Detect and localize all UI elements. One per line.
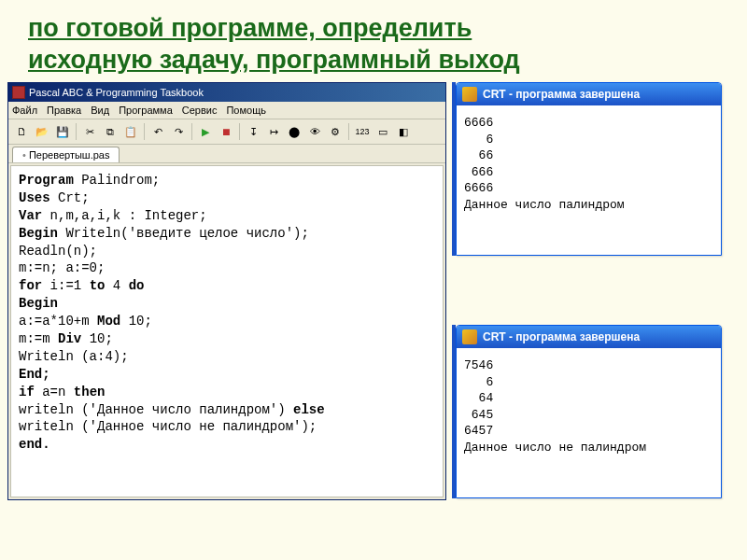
- output-line: Данное число палиндром: [464, 197, 713, 214]
- output-title: CRT - программа завершена: [483, 88, 640, 101]
- code-text: Crt;: [50, 190, 90, 205]
- menu-program[interactable]: Программа: [119, 105, 173, 116]
- code-text: writeln ('Данное число не палиндром');: [19, 419, 317, 434]
- code-keyword: else: [293, 402, 325, 417]
- code-text: i:=1: [42, 278, 89, 293]
- watch-icon[interactable]: 👁: [305, 122, 324, 141]
- output-line: 64: [464, 390, 713, 407]
- output-window-1: CRT - программа завершена 6666 6 66 666 …: [456, 82, 722, 256]
- ide-window: Pascal ABC & Programming Taskbook Файл П…: [7, 82, 446, 500]
- menu-service[interactable]: Сервис: [182, 105, 218, 116]
- output-line: Данное число не палиндром: [464, 440, 713, 456]
- code-text: Writeln('введите целое число');: [58, 226, 309, 241]
- toolbar-separator: [191, 123, 192, 140]
- code-keyword: for: [19, 278, 42, 293]
- console-icon[interactable]: ◧: [394, 122, 413, 141]
- output-body: 6666 6 66 666 6666 Данное число палиндро…: [457, 105, 721, 222]
- code-text: m:=n; a:=0;: [19, 260, 105, 275]
- code-keyword: End;: [19, 367, 50, 382]
- open-file-icon[interactable]: 📂: [33, 122, 51, 141]
- code-text: writeln ('Данное число палиндром'): [19, 402, 293, 417]
- output-titlebar: CRT - программа завершена: [457, 326, 721, 348]
- heading-line-1: по готовой программе, определить: [28, 14, 472, 42]
- output-line: 6666: [464, 180, 713, 197]
- cut-icon[interactable]: ✂: [80, 122, 99, 141]
- slide-heading: по готовой программе, определить исходну…: [0, 0, 747, 82]
- copy-icon[interactable]: ⧉: [101, 122, 120, 141]
- output-line: 7546: [464, 357, 713, 374]
- breakpoint-icon[interactable]: ⬤: [285, 122, 303, 141]
- output-line: 6457: [464, 423, 713, 440]
- task-icon[interactable]: 123: [353, 122, 372, 141]
- menubar: Файл Правка Вид Программа Сервис Помощь: [8, 102, 445, 119]
- code-text: m:=m: [19, 331, 58, 346]
- crt-icon: [462, 87, 477, 102]
- code-keyword: Var: [19, 208, 42, 223]
- code-keyword: then: [74, 385, 106, 399]
- output-line: 645: [464, 407, 713, 424]
- code-keyword: Begin: [19, 296, 58, 311]
- code-keyword: to: [90, 278, 106, 293]
- undo-icon[interactable]: ↶: [148, 122, 167, 141]
- tab-row: • Перевертыш.pas: [8, 145, 445, 163]
- code-text: 10;: [120, 314, 152, 329]
- output-line: 6: [464, 132, 713, 148]
- code-text: Readln(n);: [19, 244, 97, 259]
- redo-icon[interactable]: ↷: [169, 122, 188, 141]
- code-text: a:=a*10+m: [19, 314, 97, 329]
- code-editor[interactable]: Program Palindrom; Uses Crt; Var n,m,a,i…: [10, 165, 444, 497]
- code-keyword: Uses: [19, 190, 50, 205]
- output-titlebar: CRT - программа завершена: [457, 83, 721, 105]
- menu-file[interactable]: Файл: [12, 105, 37, 116]
- output-title: CRT - программа завершена: [483, 330, 640, 343]
- menu-edit[interactable]: Правка: [47, 105, 81, 116]
- code-keyword: Div: [58, 331, 81, 346]
- ide-titlebar: Pascal ABC & Programming Taskbook: [8, 83, 445, 102]
- run-icon[interactable]: ▶: [196, 122, 215, 141]
- output-line: 6: [464, 374, 713, 391]
- toolbar-separator: [348, 123, 349, 140]
- new-file-icon[interactable]: 🗋: [12, 122, 31, 141]
- tab-label: Перевертыш.pas: [29, 149, 110, 161]
- stop-icon[interactable]: ⏹: [217, 122, 235, 141]
- output-line: 6666: [464, 115, 713, 132]
- code-text: n,m,a,i,k : Integer;: [42, 208, 206, 223]
- toolbar: 🗋 📂 💾 ✂ ⧉ 📋 ↶ ↷ ▶ ⏹ ↧ ↦ ⬤ 👁 ⚙ 123 ▭ ◧: [8, 119, 445, 145]
- toolbar-separator: [144, 123, 145, 140]
- code-keyword: end.: [19, 437, 50, 452]
- file-tab[interactable]: • Перевертыш.pas: [12, 147, 120, 162]
- code-keyword: if: [19, 385, 35, 399]
- save-icon[interactable]: 💾: [53, 122, 72, 141]
- output-icon[interactable]: ▭: [374, 122, 392, 141]
- toolbar-separator: [76, 123, 77, 140]
- heading-line-2: исходную задачу, программный выход: [28, 46, 520, 74]
- main-area: Pascal ABC & Programming Taskbook Файл П…: [7, 82, 740, 553]
- code-text: Writeln (a:4);: [19, 349, 129, 364]
- ide-title: Pascal ABC & Programming Taskbook: [29, 87, 204, 98]
- paste-icon[interactable]: 📋: [121, 122, 140, 141]
- output-line: 666: [464, 164, 713, 181]
- menu-help[interactable]: Помощь: [226, 105, 266, 116]
- code-text: 4: [105, 278, 128, 293]
- code-text: 10;: [81, 331, 113, 346]
- output-body: 7546 6 64 645 6457 Данное число не палин…: [457, 348, 721, 465]
- options-icon[interactable]: ⚙: [326, 122, 345, 141]
- code-text: Palindrom;: [74, 173, 160, 188]
- code-keyword: Begin: [19, 226, 58, 241]
- toolbar-separator: [239, 123, 240, 140]
- step-over-icon[interactable]: ↦: [264, 122, 283, 141]
- code-keyword: Mod: [97, 314, 120, 329]
- output-window-2: CRT - программа завершена 7546 6 64 645 …: [456, 325, 722, 498]
- code-keyword: do: [129, 278, 145, 293]
- menu-view[interactable]: Вид: [91, 105, 109, 116]
- output-line: 66: [464, 147, 713, 164]
- step-into-icon[interactable]: ↧: [244, 122, 262, 141]
- crt-icon: [462, 329, 477, 344]
- code-keyword: Program: [19, 173, 74, 188]
- code-text: a=n: [35, 385, 74, 399]
- app-icon: [12, 86, 25, 99]
